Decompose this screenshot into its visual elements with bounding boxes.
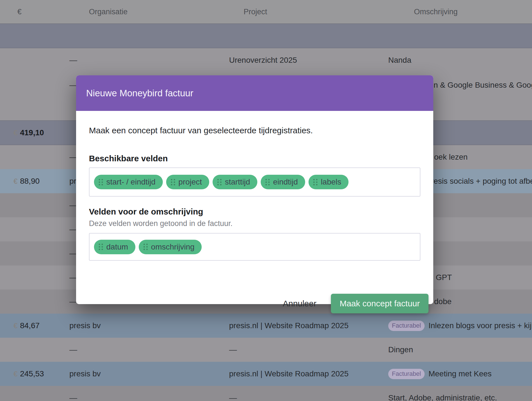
omschrijving-text: Start, Adobe, administratie, etc. <box>388 393 497 401</box>
table-row[interactable]: ——Start, Adobe, administratie, etc. <box>0 386 532 401</box>
amount-value: 88,90 <box>20 177 39 186</box>
project-cell: — <box>229 338 237 362</box>
omschrijving-cell: resis socials + poging tot afbe <box>431 169 532 193</box>
euro-symbol: € <box>13 177 17 186</box>
omschrijving-text: n & Google Business & Googl <box>434 81 532 90</box>
omschrijving-text: GPT <box>436 273 452 282</box>
dialog-description: Maak een concept factuur van geselecteer… <box>89 125 420 136</box>
new-moneybird-invoice-dialog: Nieuwe Moneybird factuur Maak een concep… <box>76 75 433 304</box>
drag-handle-icon <box>143 244 148 250</box>
drag-handle-icon <box>265 179 270 185</box>
field-pill-label: datum <box>106 243 128 251</box>
omschrijving-cell: dobe <box>434 290 451 314</box>
field-pill-starttijd[interactable]: starttijd <box>213 175 257 189</box>
amount-value: 84,67 <box>20 321 39 330</box>
field-pill-label: starttijd <box>225 178 250 186</box>
table-header-row: € Organisatie Project Omschrijving <box>0 0 532 24</box>
project-cell: Urenoverzicht 2025 <box>229 48 297 72</box>
facturabel-badge: Facturabel <box>388 369 425 379</box>
available-fields-heading: Beschikbare velden <box>89 153 420 164</box>
amount-cell: €245,53 <box>13 362 44 386</box>
organisatie-cell: — <box>69 48 77 72</box>
drag-handle-icon <box>99 244 103 250</box>
omschrijving-cell: oek lezen <box>434 145 468 169</box>
field-pill-label: eindtijd <box>273 178 298 186</box>
field-pill-project[interactable]: project <box>166 175 209 189</box>
amount-value: 419,10 <box>20 128 44 137</box>
description-fields-heading: Velden voor de omschrijving <box>89 207 420 217</box>
omschrijving-text: resis socials + poging tot afbe <box>431 177 532 186</box>
euro-symbol: € <box>13 129 17 137</box>
field-pill-start-eindtijd[interactable]: start- / eindtijd <box>94 175 163 189</box>
omschrijving-text: oek lezen <box>434 153 468 162</box>
column-header-organisatie[interactable]: Organisatie <box>89 0 128 24</box>
table-row[interactable]: —Urenoverzicht 2025Nanda <box>0 48 532 72</box>
create-draft-invoice-button[interactable]: Maak concept factuur <box>331 294 429 313</box>
amount-value: 245,53 <box>20 369 44 378</box>
column-header-omschrijving[interactable]: Omschrijving <box>414 0 458 24</box>
field-pill-label: project <box>178 178 202 186</box>
column-header-project[interactable]: Project <box>244 0 267 24</box>
field-pill-eindtijd[interactable]: eindtijd <box>261 175 305 189</box>
organisatie-cell: — <box>69 338 77 362</box>
facturabel-badge: Facturabel <box>388 321 425 331</box>
omschrijving-cell: GPT <box>436 265 452 290</box>
field-pill-label: omschrijving <box>151 243 195 251</box>
table-row[interactable]: €245,53presis bvpresis.nl | Website Road… <box>0 362 532 386</box>
drag-handle-icon <box>171 179 175 185</box>
omschrijving-cell: FacturabelMeeting met Kees <box>388 362 492 386</box>
drag-handle-icon <box>313 179 317 185</box>
drag-handle-icon <box>217 179 222 185</box>
euro-symbol: € <box>13 370 17 378</box>
description-fields-subtext: Deze velden worden getoond in de factuur… <box>89 219 420 228</box>
omschrijving-text: Meeting met Kees <box>429 369 492 378</box>
omschrijving-cell: Start, Adobe, administratie, etc. <box>388 386 497 401</box>
omschrijving-text: dobe <box>434 297 451 306</box>
field-pill-labels[interactable]: labels <box>309 175 349 189</box>
cancel-button[interactable]: Annuleer <box>283 299 316 308</box>
page-root: { "table": { "columns": ["€", "Organisat… <box>0 0 532 401</box>
dialog-footer: Annuleer Maak concept factuur <box>283 294 429 313</box>
drag-handle-icon <box>99 179 103 185</box>
dialog-header: Nieuwe Moneybird factuur <box>76 75 433 111</box>
euro-symbol: € <box>13 321 17 330</box>
omschrijving-text: Nanda <box>388 56 411 65</box>
available-fields-container[interactable]: start- / eindtijdprojectstarttijdeindtij… <box>89 167 420 197</box>
field-pill-datum[interactable]: datum <box>94 240 135 254</box>
table-row[interactable] <box>0 24 532 48</box>
organisatie-cell: presis bv <box>69 362 101 386</box>
organisatie-cell: — <box>69 386 77 401</box>
amount-cell: €84,67 <box>13 314 40 338</box>
table-row[interactable]: ——Dingen <box>0 338 532 362</box>
dialog-body: Maak een concept factuur van geselecteer… <box>76 125 433 319</box>
project-cell: — <box>229 386 237 401</box>
omschrijving-cell: Nanda <box>388 48 411 72</box>
amount-cell: €419,10 <box>13 121 44 145</box>
field-pill-label: labels <box>321 178 341 186</box>
omschrijving-text: Dingen <box>388 345 413 354</box>
column-header-amount[interactable]: € <box>17 0 22 24</box>
omschrijving-cell: Dingen <box>388 338 413 362</box>
dialog-title: Nieuwe Moneybird factuur <box>86 88 193 99</box>
description-fields-container[interactable]: datumomschrijving <box>89 233 420 261</box>
omschrijving-text: Inlezen blogs voor presis + kijke <box>429 321 532 330</box>
project-cell: presis.nl | Website Roadmap 2025 <box>229 362 349 386</box>
field-pill-omschrijving[interactable]: omschrijving <box>139 240 202 254</box>
field-pill-label: start- / eindtijd <box>106 178 156 186</box>
amount-cell: €88,90 <box>13 169 40 193</box>
